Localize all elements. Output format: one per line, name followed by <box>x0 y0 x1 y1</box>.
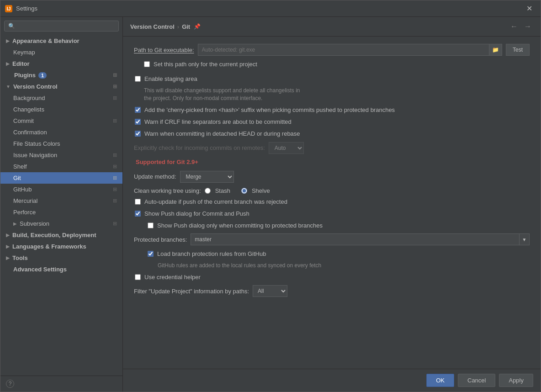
cancel-button[interactable]: Cancel <box>458 374 495 387</box>
gear-icon: ⊞ <box>113 198 117 204</box>
sidebar-item-github[interactable]: GitHub ⊞ <box>0 184 122 195</box>
git-path-label: Path to Git executable: <box>134 47 194 53</box>
expand-icon: ▶ <box>6 38 10 43</box>
sidebar-item-appearance[interactable]: ▶ Appearance & Behavior <box>0 35 122 47</box>
app-icon: IJ <box>5 5 12 12</box>
gear-icon: ⊞ <box>113 72 117 78</box>
main-content: ▶ Appearance & Behavior Keymap ▶ Editor … <box>0 17 541 392</box>
load-branch-protection-checkbox[interactable] <box>148 251 154 257</box>
show-push-protected-checkbox[interactable] <box>148 222 154 228</box>
sidebar-item-version-control[interactable]: ▼ Version Control ⊞ <box>0 81 122 92</box>
gear-icon: ⊞ <box>113 164 117 170</box>
sidebar-item-git[interactable]: Git ⊞ <box>0 172 122 184</box>
sidebar-item-keymap[interactable]: Keymap <box>0 47 122 58</box>
warn-detached-checkbox[interactable] <box>135 131 141 137</box>
sidebar-item-label: Git <box>13 175 21 181</box>
auto-update-row: Auto-update if push of the current branc… <box>134 198 530 206</box>
protected-branches-label: Protected branches: <box>134 236 187 243</box>
sidebar-item-changelists[interactable]: Changelists <box>0 104 122 115</box>
warn-crlf-checkbox[interactable] <box>135 119 141 125</box>
expand-icon: ▼ <box>6 84 11 89</box>
sidebar-item-editor[interactable]: ▶ Editor <box>0 58 122 69</box>
title-bar: IJ Settings ✕ <box>0 0 541 17</box>
protected-branches-input[interactable] <box>191 233 520 245</box>
gear-icon: ⊞ <box>113 152 117 158</box>
sidebar-item-plugins[interactable]: Plugins 1 ⊞ <box>0 69 122 81</box>
update-method-label: Update method: <box>134 173 176 180</box>
sidebar-item-build[interactable]: ▶ Build, Execution, Deployment <box>0 229 122 241</box>
cherry-pick-checkbox[interactable] <box>135 107 141 113</box>
sidebar: ▶ Appearance & Behavior Keymap ▶ Editor … <box>0 17 123 392</box>
sidebar-item-file-status-colors[interactable]: File Status Colors <box>0 138 122 149</box>
show-push-dialog-checkbox[interactable] <box>135 211 141 217</box>
sidebar-item-shelf[interactable]: Shelf ⊞ <box>0 161 122 172</box>
ok-button[interactable]: OK <box>426 374 454 387</box>
help-button[interactable]: ? <box>6 380 14 388</box>
check-incoming-row: Explicitly check for incoming commits on… <box>134 142 530 154</box>
sidebar-item-languages[interactable]: ▶ Languages & Frameworks <box>0 241 122 252</box>
gear-icon: ⊞ <box>113 186 117 192</box>
load-branch-protection-label: Load branch protection rules from GitHub <box>157 250 266 258</box>
filter-select[interactable]: All None Custom <box>253 285 287 297</box>
stash-radio[interactable] <box>205 188 211 194</box>
test-button[interactable]: Test <box>506 44 530 56</box>
sidebar-item-perforce[interactable]: Perforce <box>0 207 122 218</box>
warn-crlf-label: Warn if CRLF line separators are about t… <box>144 118 292 126</box>
protected-branches-row: Protected branches: ▼ <box>134 233 530 245</box>
back-button[interactable]: ← <box>509 21 520 32</box>
breadcrumb-separator: › <box>177 23 179 30</box>
sidebar-item-label: Issue Navigation <box>13 152 57 159</box>
gear-icon: ⊞ <box>113 118 117 124</box>
folder-button[interactable]: 📁 <box>489 44 502 56</box>
sidebar-item-commit[interactable]: Commit ⊞ <box>0 115 122 127</box>
plugins-badge: 1 <box>38 72 47 79</box>
shelve-radio[interactable] <box>241 188 247 194</box>
sidebar-item-issue-navigation[interactable]: Issue Navigation ⊞ <box>0 149 122 161</box>
forward-button[interactable]: → <box>522 21 533 32</box>
auto-update-checkbox[interactable] <box>135 199 141 205</box>
show-push-dialog-label: Show Push dialog for Commit and Push <box>144 210 249 218</box>
update-method-row: Update method: Merge Rebase Branch Defau… <box>134 171 530 183</box>
enable-staging-row: Enable staging area <box>134 75 530 83</box>
git-path-row: Path to Git executable: 📁 Test <box>134 44 530 56</box>
sidebar-item-mercurial[interactable]: Mercurial ⊞ <box>0 195 122 207</box>
sidebar-item-advanced[interactable]: Advanced Settings <box>0 264 122 275</box>
sidebar-item-label: Subversion <box>20 220 49 227</box>
sidebar-item-label: Perforce <box>13 209 36 216</box>
sidebar-item-label: Version Control <box>13 83 58 90</box>
update-method-select[interactable]: Merge Rebase Branch Default <box>180 171 234 183</box>
sidebar-item-label: Advanced Settings <box>13 266 67 273</box>
expand-icon: ▶ <box>6 244 10 249</box>
apply-button[interactable]: Apply <box>499 374 533 387</box>
use-credential-checkbox[interactable] <box>135 274 141 280</box>
sidebar-item-background[interactable]: Background ⊞ <box>0 92 122 104</box>
enable-staging-checkbox[interactable] <box>135 76 141 82</box>
sidebar-item-confirmation[interactable]: Confirmation <box>0 127 122 138</box>
check-incoming-select[interactable]: Auto Always Never <box>269 142 304 154</box>
git-path-input[interactable] <box>198 44 489 56</box>
sidebar-item-label: Background <box>13 95 45 101</box>
sidebar-item-subversion[interactable]: ▶ Subversion ⊞ <box>0 218 122 229</box>
close-button[interactable]: ✕ <box>523 2 536 15</box>
breadcrumb: Version Control › Git 📌 <box>130 23 509 30</box>
gear-icon: ⊞ <box>113 221 117 227</box>
sidebar-item-label: Editor <box>12 60 30 67</box>
expand-icon: ▶ <box>6 61 10 66</box>
pin-icon[interactable]: 📌 <box>194 23 201 30</box>
gear-icon: ⊞ <box>113 95 117 101</box>
load-branch-protection-row: Load branch protection rules from GitHub <box>134 250 530 258</box>
sidebar-item-tools[interactable]: ▶ Tools <box>0 252 122 264</box>
sidebar-item-label: GitHub <box>13 186 32 193</box>
expand-icon: ▶ <box>13 221 17 226</box>
set-path-checkbox[interactable] <box>144 61 150 67</box>
bottom-bar: OK Cancel Apply <box>123 369 541 392</box>
warn-detached-label: Warn when committing in detached HEAD or… <box>144 130 300 138</box>
stash-label: Stash <box>215 187 230 194</box>
search-input[interactable] <box>4 21 119 32</box>
expand-button[interactable]: ▼ <box>520 233 530 245</box>
clean-tree-row: Clean working tree using: Stash Shelve <box>134 187 530 194</box>
set-path-label: Set this path only for the current proje… <box>154 60 257 69</box>
expand-icon: ▶ <box>6 233 10 238</box>
panel-header: Version Control › Git 📌 ← → <box>123 17 541 37</box>
sidebar-item-label: Appearance & Behavior <box>12 37 80 44</box>
